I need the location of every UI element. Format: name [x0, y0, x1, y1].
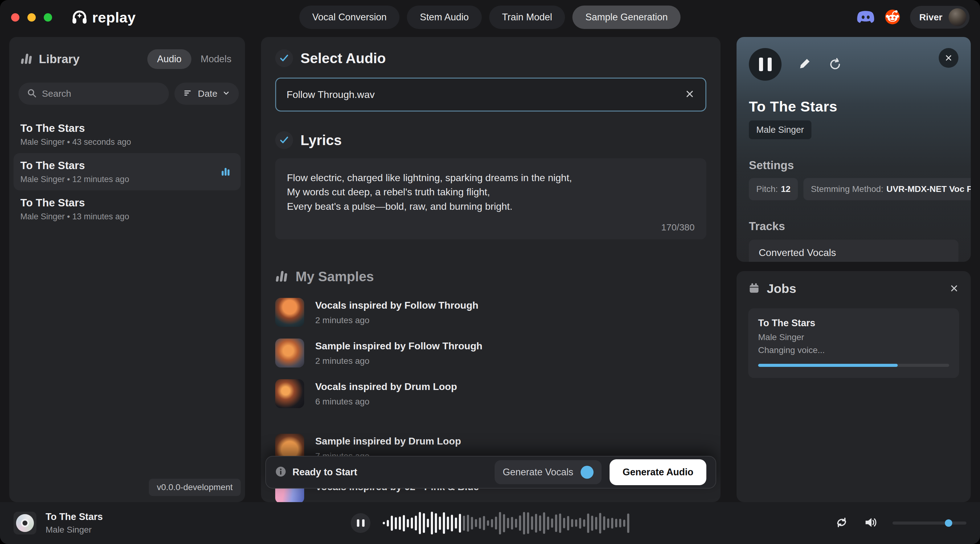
- transport-bar: To The Stars Male Singer: [0, 502, 980, 544]
- cd-disc-icon: [14, 512, 37, 534]
- library-item[interactable]: To The Stars Male Singer • 13 minutes ag…: [9, 190, 245, 228]
- volume-icon[interactable]: [864, 515, 878, 531]
- settings-heading: Settings: [749, 159, 958, 172]
- sample-title: Sample inspired by Follow Through: [315, 340, 482, 352]
- now-playing-title: To The Stars: [749, 98, 958, 115]
- tab-label: Sample Generation: [585, 12, 668, 23]
- user-menu[interactable]: River: [910, 6, 969, 29]
- tab[interactable]: Train Model: [489, 6, 565, 29]
- library-item-subtitle: Male Singer • 43 seconds ago: [20, 137, 234, 147]
- sort-dropdown[interactable]: Date: [174, 82, 239, 105]
- discord-icon[interactable]: [856, 10, 875, 25]
- clear-audio-button[interactable]: [684, 89, 695, 100]
- library-item-title: To The Stars: [20, 159, 234, 171]
- jobs-heading: Jobs: [767, 282, 796, 296]
- jobs-panel: Jobs To The Stars Male Singer Changing v…: [737, 271, 971, 502]
- info-icon: [275, 466, 286, 478]
- models-toggle[interactable]: Models: [200, 54, 231, 65]
- selected-audio-input[interactable]: Follow Through.wav: [275, 78, 706, 111]
- user-avatar: [948, 8, 966, 26]
- sample-time: 2 minutes ago: [315, 316, 478, 325]
- minimize-window-button[interactable]: [27, 13, 36, 22]
- generate-vocals-toggle[interactable]: Generate Vocals: [495, 460, 601, 484]
- sample-generation-panel: Select Audio Follow Through.wav Lyrics: [261, 37, 721, 502]
- now-playing-equalizer-icon: [220, 165, 231, 178]
- close-player-button[interactable]: [939, 48, 958, 68]
- job-status: Changing voice...: [758, 345, 949, 355]
- library-sidebar: Library Audio Models: [9, 37, 245, 502]
- status-text: Ready to Start: [293, 467, 357, 478]
- sample-title: Sample inspired by Drum Loop: [315, 436, 461, 447]
- regenerate-icon[interactable]: [828, 57, 841, 72]
- track-row[interactable]: Converted Vocals: [749, 239, 958, 262]
- select-audio-check-icon: [275, 49, 293, 67]
- job-title: To The Stars: [758, 317, 949, 329]
- sample-time: 2 minutes ago: [315, 356, 482, 366]
- library-mode-toggle: Audio Models: [147, 49, 234, 69]
- transport-track-subtitle: Male Singer: [46, 525, 103, 535]
- lyrics-heading: Lyrics: [301, 132, 342, 149]
- sample-title: Vocals inspired by Follow Through: [315, 300, 478, 311]
- character-counter: 170/380: [287, 222, 695, 233]
- selected-audio-value: Follow Through.wav: [286, 89, 684, 100]
- chevron-down-icon: [222, 89, 230, 98]
- library-search[interactable]: [19, 82, 169, 105]
- transport-track-title: To The Stars: [46, 511, 103, 522]
- sample-artwork: [275, 339, 304, 368]
- voice-model-tag: Male Singer: [749, 121, 811, 139]
- volume-slider[interactable]: [892, 522, 966, 525]
- repeat-icon[interactable]: [835, 515, 849, 531]
- audio-toggle[interactable]: Audio: [147, 49, 191, 69]
- tracks-heading: Tracks: [749, 220, 958, 233]
- library-item-subtitle: Male Singer • 12 minutes ago: [20, 174, 234, 184]
- pitch-setting: Pitch:12: [749, 178, 798, 200]
- lyrics-textarea[interactable]: Flow electric, charged like lightning, s…: [275, 158, 706, 239]
- library-list: To The Stars Male Singer • 43 seconds ag…: [9, 116, 245, 228]
- pause-button[interactable]: [749, 48, 781, 81]
- sample-item[interactable]: Sample inspired by Follow Through 2 minu…: [275, 339, 706, 368]
- app-window: replay Vocal Conversion Stem Audio Train…: [0, 0, 980, 544]
- job-progress-bar: [758, 364, 949, 367]
- library-item[interactable]: To The Stars Male Singer • 12 minutes ag…: [14, 153, 241, 190]
- library-item-title: To The Stars: [20, 197, 234, 209]
- edit-pencil-icon[interactable]: [798, 57, 811, 71]
- lyric-line: Flow electric, charged like lightning, s…: [287, 171, 695, 185]
- headphones-icon: [71, 8, 88, 26]
- sample-item[interactable]: Vocals inspired by Drum Loop 6 minutes a…: [275, 379, 706, 408]
- sort-icon: [183, 88, 193, 99]
- generate-vocals-label: Generate Vocals: [503, 467, 573, 478]
- library-item[interactable]: To The Stars Male Singer • 43 seconds ag…: [9, 116, 245, 153]
- stemming-method-setting: Stemming Method:UVR-MDX-NET Voc FT: [803, 178, 971, 200]
- job-subtitle: Male Singer: [758, 332, 949, 342]
- generation-footer: Ready to Start Generate Vocals Generate …: [265, 456, 716, 488]
- reddit-icon[interactable]: [884, 8, 901, 26]
- library-item-title: To The Stars: [20, 122, 234, 134]
- zoom-window-button[interactable]: [44, 13, 52, 22]
- sample-artwork: [275, 379, 304, 408]
- window-controls: [11, 13, 52, 22]
- now-playing-card: To The Stars Male Singer Settings Pitch:…: [737, 37, 971, 262]
- generate-audio-button[interactable]: Generate Audio: [609, 459, 706, 485]
- tab-label: Stem Audio: [420, 12, 469, 23]
- lyrics-check-icon: [275, 131, 293, 149]
- search-icon: [27, 88, 37, 100]
- sample-artwork: [275, 298, 304, 327]
- tab[interactable]: Sample Generation: [573, 6, 681, 29]
- sample-title: Vocals inspired by Drum Loop: [315, 381, 457, 392]
- user-name: River: [919, 12, 942, 22]
- search-input[interactable]: [42, 89, 161, 99]
- tab[interactable]: Stem Audio: [407, 6, 482, 29]
- sample-item[interactable]: Vocals inspired by Follow Through 2 minu…: [275, 298, 706, 327]
- library-title: Library: [39, 52, 80, 66]
- main-tabs: Vocal Conversion Stem Audio Train Model …: [299, 6, 681, 29]
- library-item-subtitle: Male Singer • 13 minutes ago: [20, 212, 234, 222]
- tab[interactable]: Vocal Conversion: [299, 6, 399, 29]
- waveform[interactable]: [383, 508, 629, 538]
- sort-label: Date: [198, 89, 217, 99]
- transport-pause-button[interactable]: [351, 513, 371, 533]
- app-logo: replay: [71, 8, 135, 26]
- volume-knob[interactable]: [945, 519, 952, 527]
- close-window-button[interactable]: [11, 13, 19, 22]
- close-jobs-button[interactable]: [949, 283, 959, 295]
- top-bar: replay Vocal Conversion Stem Audio Train…: [0, 0, 980, 35]
